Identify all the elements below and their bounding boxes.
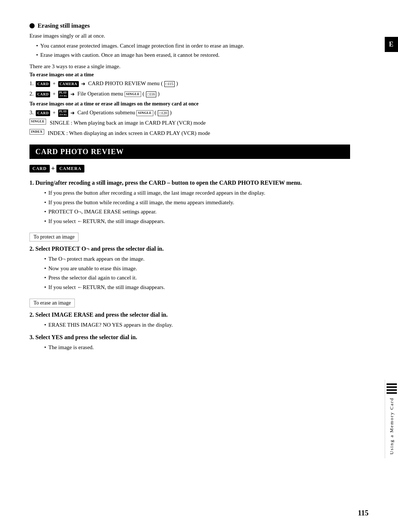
bullet-dot: • [44, 264, 46, 273]
step-row-2: 2. CARD + PLAY (VCR) ➜ File Operation me… [29, 90, 350, 98]
camera-large-badge: CAMERA [56, 165, 84, 173]
step-number: 3. [29, 108, 34, 117]
arrow-3: ➜ [70, 109, 75, 117]
to-erase-label-box: To erase an image [29, 295, 350, 310]
bullet-dot: • [44, 189, 46, 197]
ref-115: □115 [164, 81, 175, 87]
step2-bullets: • The O¬ protect mark appears on the ima… [38, 255, 350, 291]
index-note-badge: INDEX [29, 129, 44, 135]
card-badge: CARD [36, 81, 50, 87]
step1-suffix: ) [176, 80, 178, 86]
bullet-item-2: • Erase images with caution. Once an ima… [36, 51, 350, 59]
arrow-2: ➜ [70, 90, 75, 98]
bullet-dot: • [44, 198, 46, 207]
play-vcr-badge: PLAY (VCR) [58, 91, 68, 98]
step-number: 1. [29, 79, 34, 88]
play-top-2: PLAY [59, 110, 67, 114]
erase-one-label: To erase images one at a time [29, 72, 350, 78]
card-large-badge: CARD [29, 165, 50, 173]
sidebar-line [387, 383, 397, 385]
to-protect-label-box: To protect an image [29, 229, 350, 244]
sidebar-letter-tab: E [385, 37, 398, 52]
intro-text: Erase images singly or all at once. [29, 32, 350, 40]
play-bot: (VCR) [59, 94, 67, 97]
page-number: 115 [358, 509, 369, 517]
to-erase-label: To erase an image [29, 299, 75, 307]
step2-paren2: ) [158, 91, 160, 97]
bullet-dot: • [36, 42, 38, 50]
sidebar-line [387, 389, 397, 391]
step3-bullets: • The image is erased. [38, 343, 350, 352]
step3-bullet-1: • The image is erased. [44, 343, 350, 352]
step3-paren2: ) [170, 109, 172, 115]
cpr-step-3: 3. Select YES and press the selector dia… [29, 333, 350, 352]
step3-text: Card Operations submenu [77, 109, 136, 115]
bullet-dot: • [44, 343, 46, 352]
sidebar-lines [387, 383, 397, 394]
to-protect-label: To protect an image [29, 233, 78, 241]
ref-116: □116 [146, 91, 157, 97]
cpr-step2-heading: 2. Select PROTECT O¬ and press the selec… [29, 244, 350, 253]
bullet-dot: • [44, 283, 46, 292]
index-note-text: INDEX : When displaying an index screen … [48, 129, 210, 138]
step1-bullet-3: • PROTECT O¬, IMAGE ERASE settings appea… [44, 208, 350, 216]
bullet-dot: • [44, 255, 46, 263]
step-num: 2. [29, 312, 35, 318]
single-note: SINGLE SINGLE : When playing back an ima… [29, 119, 350, 127]
sidebar-text: Using a Memory Card [389, 397, 395, 455]
step2-text: File Operation menu [77, 91, 125, 97]
camera-badge: CAMERA [58, 81, 79, 87]
plus-3: + [53, 110, 56, 115]
step3-paren: ( [154, 109, 156, 115]
step1-bullet-2: • If you press the button while recordin… [44, 198, 350, 207]
erasing-section-header: Erasing still images [29, 22, 350, 29]
card-badge-2: CARD [36, 91, 50, 97]
card-photo-review-header: CARD PHOTO REVIEW [29, 145, 350, 159]
cpr-step3-heading: 3. Select YES and press the selector dia… [29, 333, 350, 342]
page: E Using a Memory Card Erasing still imag… [0, 0, 398, 532]
sidebar-vertical: Using a Memory Card [385, 380, 398, 458]
bullet-dot: • [44, 208, 46, 216]
bullet-dot: • [44, 274, 46, 282]
ways-text: There are 3 ways to erase a single image… [29, 62, 350, 71]
step2-bullet-2: • Now you are unable to erase this image… [44, 264, 350, 273]
single-note-badge: SINGLE [29, 119, 46, 125]
step2-content: CARD + PLAY (VCR) ➜ File Operation menu … [36, 90, 160, 98]
plus-2: + [53, 91, 56, 97]
main-content: Erasing still images Erase images singly… [29, 22, 350, 351]
step2-bullet-1: • The O¬ protect mark appears on the ima… [44, 255, 350, 263]
step2-bullet-3: • Press the selector dial again to cance… [44, 274, 350, 282]
sidebar-line [387, 386, 397, 388]
cpr-step1-heading: 1. During/after recoding a still image, … [29, 178, 350, 187]
cpr-step-erase2-heading: 2. Select IMAGE ERASE and press the sele… [29, 310, 350, 319]
ref-120: □120 [158, 110, 168, 116]
step1-bullets: • If you press the button after recordin… [38, 189, 350, 225]
step3-content: CARD + PLAY (VCR) ➜ Card Operations subm… [36, 108, 172, 117]
cpr-step-2: 2. Select PROTECT O¬ and press the selec… [29, 244, 350, 291]
step-erase2-bullet-1: • ERASE THIS IMAGE? NO YES appears in th… [44, 321, 350, 329]
step-num: 1. [29, 180, 35, 186]
badge-row: CARD + CAMERA [29, 165, 350, 173]
index-note: INDEX INDEX : When displaying an index s… [29, 129, 350, 138]
step-row-3: 3. CARD + PLAY (VCR) ➜ Card Operations s… [29, 108, 350, 117]
step-erase2-bullets: • ERASE THIS IMAGE? NO YES appears in th… [38, 321, 350, 329]
bullet-dot: • [44, 321, 46, 329]
single-badge-2: SINGLE [136, 110, 153, 116]
plus-sign: + [51, 165, 55, 173]
single-note-text: SINGLE : When playing back an image in C… [50, 119, 206, 127]
step1-text: CARD PHOTO REVIEW menu ( [88, 80, 163, 86]
bullet-item-1: • You cannot erase protected images. Can… [36, 42, 350, 50]
step-num: 3. [29, 334, 35, 340]
play-top: PLAY [59, 91, 67, 95]
step-number: 2. [29, 90, 34, 98]
step-num: 2. [29, 246, 35, 252]
step1-content: CARD + CAMERA ➜ CARD PHOTO REVIEW menu (… [36, 79, 178, 88]
plus-1: + [53, 81, 56, 86]
step2-paren: ( [143, 91, 144, 97]
sidebar-line [387, 392, 397, 394]
step1-bullet-1: • If you press the button after recordin… [44, 189, 350, 197]
bullet-circle [29, 23, 35, 28]
erase-all-label: To erase images one at a time or erase a… [29, 101, 350, 107]
arrow-1: ➜ [81, 80, 85, 88]
bullet-dot: • [44, 217, 46, 226]
